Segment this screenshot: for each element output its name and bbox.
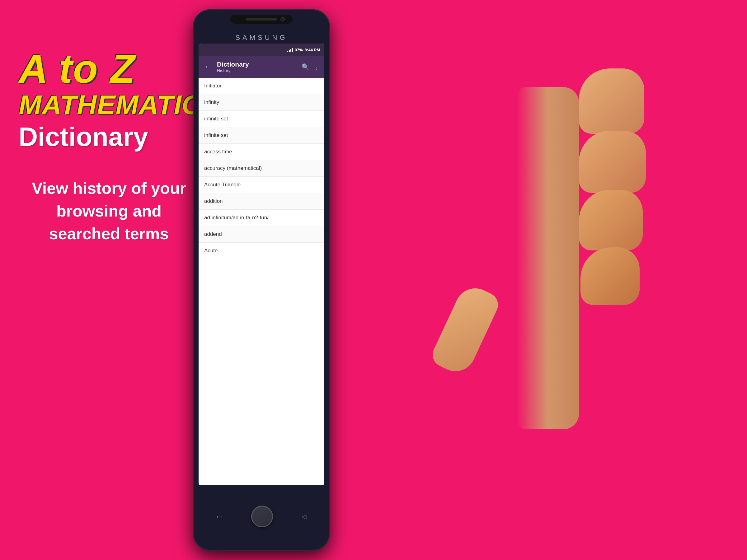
- recent-apps-button[interactable]: ▭: [216, 513, 223, 520]
- dict-list-item[interactable]: infinity: [199, 94, 324, 111]
- dictionary-list: Initiatorinfinityinfinite setinfinite se…: [199, 78, 324, 259]
- dict-list-item[interactable]: Initiator: [199, 78, 324, 94]
- phone-top-speaker: [230, 15, 292, 24]
- dict-list-item[interactable]: addend: [199, 226, 324, 243]
- dict-list-item[interactable]: infinite set: [199, 127, 324, 144]
- home-button[interactable]: [251, 506, 273, 527]
- samsung-brand: SAMSUNG: [235, 34, 287, 42]
- finger-index: [579, 69, 644, 134]
- dict-list-item[interactable]: infinite set: [199, 111, 324, 127]
- toolbar-subtitle: History: [217, 68, 299, 74]
- search-icon[interactable]: 🔍: [302, 63, 309, 71]
- phone-bottom-nav: ▭ ◁: [202, 491, 320, 541]
- signal-bar-1: [287, 51, 288, 52]
- title-line1: A to Z: [19, 47, 199, 91]
- more-options-icon[interactable]: ⋮: [314, 63, 320, 71]
- dict-list-item[interactable]: Accute Triangle: [199, 177, 324, 193]
- dict-list-item[interactable]: Acute: [199, 243, 324, 259]
- front-camera: [280, 17, 285, 22]
- speaker-grille: [246, 18, 277, 21]
- finger-middle: [579, 131, 646, 193]
- signal-bar-4: [292, 48, 293, 52]
- signal-indicator: [287, 48, 293, 52]
- battery-status: 97%: [295, 48, 303, 52]
- back-nav-button[interactable]: ◁: [302, 513, 306, 520]
- title-line2: MATHEMATICS: [19, 91, 199, 118]
- status-bar: 97% 8:44 PM: [199, 44, 324, 56]
- back-button[interactable]: ←: [203, 63, 212, 71]
- phone-frame: SAMSUNG 97% 8:44 PM ← Dictionary History: [193, 9, 330, 551]
- dict-list-item[interactable]: accuracy (mathematical): [199, 160, 324, 177]
- app-toolbar: ← Dictionary History 🔍 ⋮: [199, 56, 324, 78]
- signal-bar-3: [290, 49, 291, 52]
- hand-palm: [517, 87, 579, 429]
- dict-list-item[interactable]: access time: [199, 144, 324, 160]
- phone-screen: 97% 8:44 PM ← Dictionary History 🔍 ⋮ Ini…: [199, 44, 324, 485]
- subtitle-text: View history of your browsing and search…: [19, 177, 199, 245]
- toolbar-title-area: Dictionary History: [217, 60, 299, 74]
- title-line3: Dictionary: [19, 122, 199, 152]
- toolbar-title: Dictionary: [217, 60, 299, 68]
- time-display: 8:44 PM: [305, 48, 320, 52]
- dict-list-item[interactable]: addition: [199, 193, 324, 210]
- toolbar-icons: 🔍 ⋮: [302, 63, 320, 71]
- dict-list-item[interactable]: ad infinitum/ad in-fa-n?-tun/: [199, 210, 324, 226]
- finger-ring: [579, 190, 643, 250]
- signal-bar-2: [289, 50, 290, 52]
- left-panel: A to Z MATHEMATICS Dictionary View histo…: [19, 47, 199, 245]
